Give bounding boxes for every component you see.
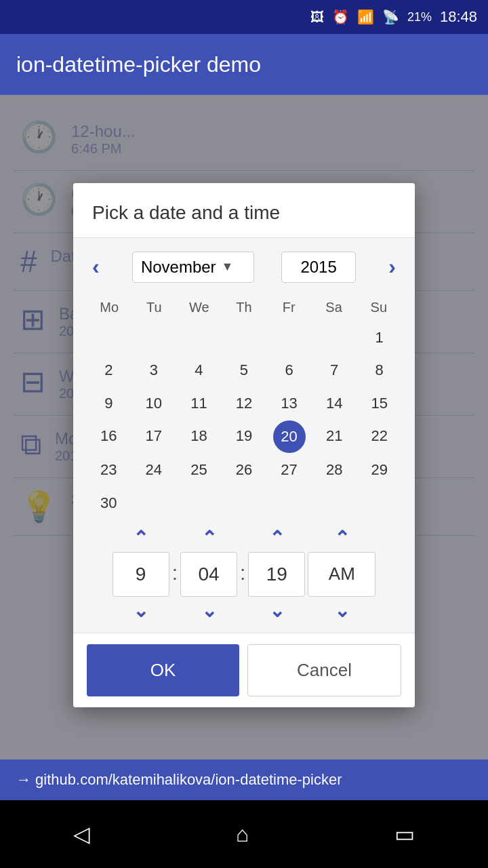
calendar-day[interactable]: 6 [267,355,311,386]
calendar-empty-cell [357,488,401,519]
weekday-mo: Mo [87,296,131,319]
battery-indicator: 21% [407,10,432,24]
calendar-day[interactable]: 18 [177,420,221,453]
hours-display[interactable]: 9 [113,552,169,597]
navigation-bar: ◁ ⌂ ▭ [0,800,488,868]
next-month-button[interactable]: › [383,249,401,285]
prev-month-button[interactable]: ‹ [87,249,105,285]
calendar-day[interactable]: 8 [357,355,401,386]
minutes-column: ⌃ 04 ⌄ [180,527,237,622]
calendar-empty-cell [87,322,131,353]
seconds-down-button[interactable]: ⌄ [269,599,285,622]
calendar-empty-cell [222,322,266,353]
month-dropdown[interactable]: November ▼ [132,252,254,283]
time-separator-2: : [240,561,245,585]
seconds-up-button[interactable]: ⌃ [269,527,285,549]
minutes-display[interactable]: 04 [180,552,237,597]
calendar-day[interactable]: 19 [222,420,266,453]
calendar-day[interactable]: 29 [357,454,401,486]
calendar-day[interactable]: 15 [357,388,401,419]
calendar-day[interactable]: 14 [312,388,357,419]
year-display[interactable]: 2015 [281,252,356,283]
ampm-down-button[interactable]: ⌄ [334,599,350,622]
time-separator-1: : [172,561,178,585]
weekday-fr: Fr [266,296,311,319]
clock: 18:48 [440,8,477,26]
hours-column: ⌃ 9 ⌄ [113,527,169,622]
calendar-empty-cell [222,488,266,519]
calendar-day[interactable]: 21 [312,420,357,453]
main-content: 🕐 12-hou... 6:46 PM 🕐 Combined... 6:46:1… [0,95,488,773]
calendar-day[interactable]: 12 [222,388,266,419]
calendar-empty-cell [132,322,176,353]
calendar-day[interactable]: 3 [132,355,176,386]
calendar-day[interactable]: 16 [87,420,131,453]
dialog-buttons: OK Cancel [73,633,415,707]
ok-button[interactable]: OK [87,644,239,696]
weekday-we: We [177,296,222,319]
calendar-day[interactable]: 11 [177,388,221,419]
chevron-down-icon: ▼ [222,260,234,274]
calendar-day[interactable]: 2 [87,355,131,386]
alarm-icon: ⏰ [332,9,349,25]
calendar-day[interactable]: 24 [132,454,176,486]
wifi-icon: 📶 [357,9,374,25]
home-button[interactable]: ⌂ [236,822,249,847]
calendar-day[interactable]: 1 [357,322,401,353]
recents-button[interactable]: ▭ [394,821,415,847]
calendar-day[interactable]: 26 [222,454,266,486]
back-button[interactable]: ◁ [73,821,90,847]
cancel-button[interactable]: Cancel [247,644,401,696]
seconds-column: ⌃ 19 ⌄ [248,527,305,622]
hours-down-button[interactable]: ⌄ [133,599,148,622]
weekday-tu: Tu [131,296,176,319]
calendar-day[interactable]: 9 [87,388,131,419]
weekday-sa: Sa [311,296,356,319]
datetime-dialog: Pick a date and a time ‹ November ▼ 2015… [73,183,415,707]
dialog-body: ‹ November ▼ 2015 › Mo Tu We Th Fr Sa Su [73,238,415,633]
weekday-su: Su [357,296,401,319]
photo-icon: 🖼 [310,9,324,25]
calendar-empty-cell [312,488,357,519]
calendar-day[interactable]: 23 [87,454,131,486]
calendar-day[interactable]: 27 [267,454,311,486]
calendar-day[interactable]: 5 [222,355,266,386]
app-header: ion-datetime-picker demo [0,34,488,95]
weekday-th: Th [222,296,266,319]
calendar-day[interactable]: 10 [132,388,176,419]
ampm-column: ⌃ AM ⌄ [308,527,375,622]
calendar-day[interactable]: 17 [132,420,176,453]
footer-link[interactable]: → github.com/katemihalikova/ion-datetime… [16,771,342,789]
time-picker: ⌃ 9 ⌄ : ⌃ 04 ⌄ : ⌃ 19 ⌄ ⌃ AM [87,527,401,622]
calendar-empty-cell [177,322,221,353]
signal-icon: 📡 [382,9,399,25]
calendar-header: Mo Tu We Th Fr Sa Su [87,296,401,319]
ampm-display[interactable]: AM [308,552,375,597]
ampm-up-button[interactable]: ⌃ [334,527,350,549]
calendar-empty-cell [267,322,311,353]
status-bar: 🖼 ⏰ 📶 📡 21% 18:48 [0,0,488,34]
calendar-day[interactable]: 13 [267,388,311,419]
calendar-day[interactable]: 7 [312,355,357,386]
calendar-day[interactable]: 22 [357,420,401,453]
calendar-day-selected[interactable]: 20 [267,420,311,453]
app-title: ion-datetime-picker demo [16,52,261,77]
minutes-down-button[interactable]: ⌄ [201,599,217,622]
calendar-empty-cell [132,488,176,519]
calendar-day[interactable]: 25 [177,454,221,486]
hours-up-button[interactable]: ⌃ [133,527,148,549]
dialog-title: Pick a date and a time [73,183,415,238]
calendar-day[interactable]: 30 [87,488,131,519]
month-year-row: ‹ November ▼ 2015 › [87,249,401,285]
calendar-empty-cell [177,488,221,519]
calendar-day[interactable]: 28 [312,454,357,486]
calendar-empty-cell [267,488,311,519]
calendar: Mo Tu We Th Fr Sa Su 1234567891011121314… [87,296,401,519]
calendar-empty-cell [312,322,357,353]
minutes-up-button[interactable]: ⌃ [201,527,217,549]
seconds-display[interactable]: 19 [248,552,305,597]
footer-bar: → github.com/katemihalikova/ion-datetime… [0,760,488,800]
calendar-day[interactable]: 4 [177,355,221,386]
calendar-grid: 1234567891011121314151617181920212223242… [87,322,401,519]
